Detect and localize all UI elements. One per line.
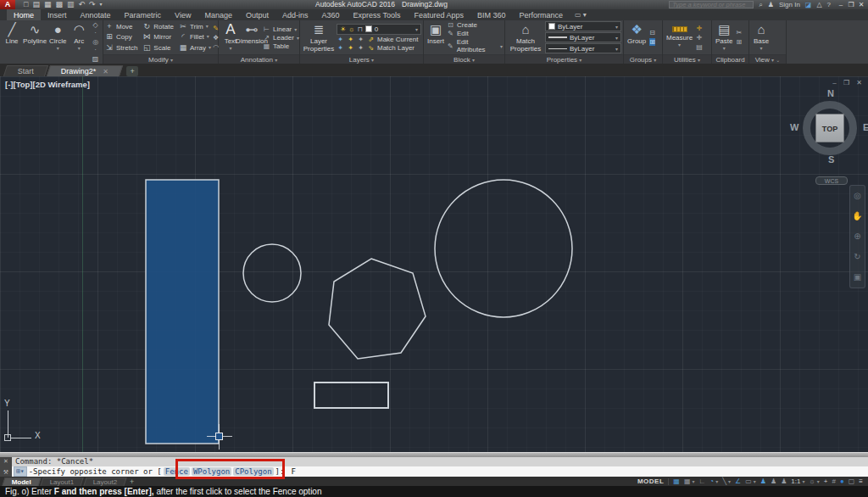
command-wrench-icon[interactable]: ⚒ — [3, 469, 8, 476]
point-icon[interactable]: ✛ — [696, 34, 703, 42]
panel-label-view[interactable]: View ▾ ⌄ — [749, 54, 786, 64]
command-input-line[interactable]: ⊞▾ -Specify opposite corner or [ Fence W… — [12, 466, 868, 477]
insert-button[interactable]: ▣Insert — [426, 21, 446, 53]
tab-featured-apps[interactable]: Featured Apps — [407, 9, 470, 20]
entity-circle-small[interactable] — [243, 244, 301, 302]
app-menu-button[interactable]: A — [0, 0, 15, 9]
polar-tracking-icon[interactable]: ◔ — [709, 477, 714, 486]
tab-parametric[interactable]: Parametric — [118, 9, 169, 20]
orbit-icon[interactable]: ↻ — [854, 252, 860, 262]
viewport-window-buttons[interactable]: – ❒ ✕ — [832, 79, 865, 87]
close-button[interactable]: ✕ — [856, 1, 866, 8]
plot-icon[interactable]: ▥ — [67, 0, 75, 9]
hardware-acceleration-icon[interactable]: ● — [840, 477, 844, 486]
move-button[interactable]: +Move — [105, 21, 137, 32]
sign-in-label[interactable]: Sign In — [779, 0, 800, 9]
panel-label-block[interactable]: Block ▾ — [424, 54, 504, 64]
edit-block-button[interactable]: ✎Edit — [447, 30, 503, 37]
pan-icon[interactable]: ✋ — [852, 211, 862, 221]
panel-label-groups[interactable]: Groups ▾ — [624, 54, 662, 64]
tab-addins[interactable]: Add-ins — [275, 9, 315, 20]
viewport-controls[interactable]: [-][Top][2D Wireframe] — [5, 80, 90, 89]
panel-label-properties[interactable]: Properties ▾ — [505, 54, 623, 64]
viewcube-wcs-menu[interactable]: WCS — [815, 176, 848, 185]
object-color-dropdown[interactable]: ByLayer▾ — [545, 21, 621, 31]
clean-screen-icon[interactable]: ▢ — [849, 477, 855, 486]
customization-icon[interactable]: ≡ — [859, 477, 863, 486]
autodesk-app-icon[interactable]: △ — [816, 0, 821, 9]
layer-dropdown[interactable]: ☀ ☼ ⊓ 0 ▾ — [337, 24, 421, 35]
file-tab-start[interactable]: Start — [3, 65, 48, 76]
annotation-visibility-icon[interactable]: ♟ — [760, 477, 766, 486]
panel-label-layers[interactable]: Layers ▾ — [300, 54, 423, 64]
match-layer-button[interactable]: ✦✦✦ ⇘ Match Layer — [337, 44, 421, 52]
tab-insert[interactable]: Insert — [41, 9, 74, 20]
osnap-tracking-icon[interactable]: ∠ — [735, 477, 741, 486]
save-as-icon[interactable]: ▩ — [55, 0, 63, 9]
dimension-button[interactable]: ⊷Dimension — [242, 21, 262, 53]
navigation-wheel-icon[interactable]: ◎ — [854, 191, 861, 201]
annotation-monitor-icon[interactable]: + — [824, 477, 828, 486]
add-layout-button[interactable]: + — [130, 477, 134, 486]
copy-button[interactable]: ⊞Copy — [105, 32, 137, 43]
entity-rectangle[interactable] — [314, 383, 388, 408]
snap-mode-icon[interactable]: ▦ — [684, 477, 691, 486]
isometric-drafting-icon[interactable]: ╲ — [722, 477, 726, 486]
panel-label-utilities[interactable]: Utilities ▾ — [663, 54, 711, 64]
tab-view[interactable]: View — [168, 9, 198, 20]
restore-button[interactable]: ❒ — [846, 1, 856, 8]
panel-label-clipboard[interactable]: Clipboard — [712, 54, 748, 64]
paste-button[interactable]: ▤Paste▾ — [714, 21, 734, 53]
redo-icon[interactable]: ↷ — [89, 0, 96, 9]
save-icon[interactable]: ▦ — [44, 0, 52, 9]
layout-tab-model[interactable]: Model — [2, 477, 41, 486]
search-icon[interactable]: ⌕ — [759, 0, 762, 9]
viewcube-top-face[interactable]: TOP — [815, 114, 844, 142]
base-button[interactable]: ⌂Base▾ — [751, 21, 771, 53]
tab-manage[interactable]: Manage — [198, 9, 239, 20]
autoscale-icon[interactable]: ♟ — [771, 477, 776, 486]
new-file-icon[interactable]: □ — [24, 0, 28, 9]
workspace-settings-icon[interactable]: ☼ — [809, 477, 815, 486]
stretch-button[interactable]: ⇲Stretch — [105, 42, 137, 53]
scale-button[interactable]: ◱Scale — [142, 42, 174, 53]
model-space-label[interactable]: MODEL — [637, 477, 664, 485]
measure-button[interactable]: Measure▾ — [665, 21, 694, 53]
trim-button[interactable]: ✂Trim▾ — [179, 21, 211, 32]
panel-label-modify[interactable]: Modify ▾ — [103, 54, 218, 64]
drawing-canvas[interactable]: [-][Top][2D Wireframe] – ❒ ✕ TOP N S W E… — [0, 76, 868, 452]
ellipse-icon[interactable]: ◎ · — [91, 38, 100, 53]
tab-output[interactable]: Output — [239, 9, 275, 20]
help-icon[interactable]: ? — [827, 0, 831, 9]
tab-a360[interactable]: A360 — [315, 9, 347, 20]
open-file-icon[interactable]: ▤ — [32, 0, 40, 9]
panel-label-annotation[interactable]: Annotation ▾ — [219, 54, 299, 64]
table-button[interactable]: ▦Table — [263, 42, 299, 50]
ortho-mode-icon[interactable]: ∟ — [698, 477, 705, 486]
tab-performance[interactable]: Performance — [512, 9, 570, 20]
group-button[interactable]: ❖Group — [626, 21, 648, 53]
file-tab-drawing2[interactable]: Drawing2*✕ — [47, 65, 123, 76]
units-icon[interactable]: # — [832, 477, 835, 486]
id-point-icon[interactable]: ✛ — [696, 25, 703, 32]
make-current-button[interactable]: ✦✦✦ ⇗ Make Current — [337, 36, 421, 43]
linear-button[interactable]: ⊢Linear▾ — [263, 25, 299, 33]
layout-tab-layout2[interactable]: Layout2 — [83, 477, 127, 486]
viewcube-west[interactable]: W — [790, 122, 798, 132]
minimize-button[interactable]: – — [836, 1, 846, 8]
qat-customize-icon[interactable]: ▾ — [100, 0, 103, 9]
tab-bim360[interactable]: BIM 360 — [470, 9, 513, 20]
recent-commands-icon[interactable]: ⊞▾ — [14, 466, 27, 477]
tab-annotate[interactable]: Annotate — [74, 9, 118, 20]
object-snap-icon[interactable]: ▭ — [745, 477, 752, 486]
exchange-icon[interactable]: ◪ — [805, 0, 812, 9]
grid-display-icon[interactable]: ▦ — [673, 477, 680, 486]
copy-clip-icon[interactable]: ⊞ — [736, 38, 742, 46]
lineweight-dropdown[interactable]: ByLayer▾ — [545, 32, 621, 42]
command-close-icon[interactable]: ✕ — [3, 458, 8, 465]
viewcube[interactable]: TOP N S W E WCS — [793, 90, 868, 171]
entity-heptagon[interactable] — [329, 259, 426, 359]
showmotion-icon[interactable]: ▣ — [854, 272, 861, 282]
search-input[interactable] — [669, 1, 754, 8]
close-tab-icon[interactable]: ✕ — [103, 68, 108, 75]
